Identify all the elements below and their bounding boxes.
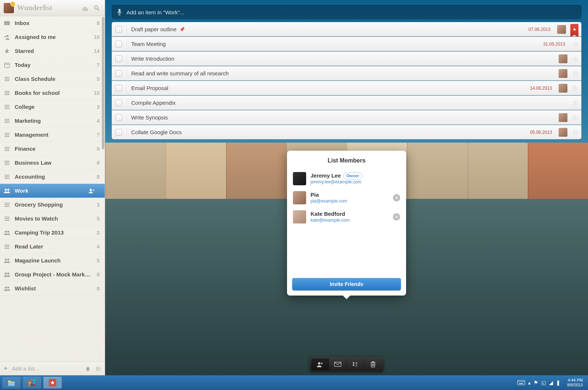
- people-icon: [4, 286, 10, 291]
- star-icon[interactable]: ☆: [572, 69, 578, 78]
- tray-chevron-icon[interactable]: ▴: [528, 380, 531, 386]
- member-name: Kate Bedford: [311, 210, 388, 218]
- trash-icon[interactable]: [85, 366, 91, 372]
- task-checkbox[interactable]: [115, 56, 122, 62]
- svg-text:A: A: [355, 362, 357, 364]
- taskbar-clock[interactable]: 4:44 PM 8/8/2013: [564, 378, 586, 387]
- sidebar-item-today[interactable]: Today7: [0, 58, 105, 72]
- tray-network-icon[interactable]: ◱: [541, 380, 546, 386]
- calendar-icon: [4, 62, 10, 68]
- sidebar-item-business-law[interactable]: Business Law8: [0, 156, 105, 170]
- star-icon[interactable]: ☆: [572, 99, 578, 107]
- sidebar-item-management[interactable]: Management7: [0, 128, 105, 142]
- sidebar-item-class-schedule[interactable]: Class Schedule5: [0, 72, 105, 86]
- task-row[interactable]: Write Synopsis☆: [112, 110, 581, 125]
- sidebar-item-label: Accounting: [15, 173, 92, 180]
- delete-list-button[interactable]: [364, 358, 382, 370]
- task-row[interactable]: Read and write summary of all research☆: [112, 66, 581, 80]
- sidebar-item-grocery-shopping[interactable]: Grocery Shopping3: [0, 198, 105, 212]
- assignee-avatar: [559, 128, 567, 137]
- add-person-icon[interactable]: [89, 188, 95, 193]
- add-item-placeholder: Add an item in "Work"...: [126, 9, 184, 15]
- task-row[interactable]: Write Introduction☆: [112, 51, 581, 66]
- sidebar-item-label: Magazine Launch: [15, 257, 92, 264]
- star-icon[interactable]: ☆: [572, 128, 578, 136]
- task-row[interactable]: Draft paper outline📌07.06.2013★: [112, 22, 581, 36]
- taskbar-apps-button[interactable]: [23, 377, 41, 389]
- user-avatar[interactable]: [4, 3, 14, 13]
- task-checkbox[interactable]: [115, 70, 122, 77]
- popover-title: List Members: [292, 157, 401, 164]
- sidebar-item-magazine-launch[interactable]: Magazine Launch5: [0, 254, 105, 268]
- sidebar-item-starred[interactable]: Starred14: [0, 44, 105, 58]
- sidebar-item-read-later[interactable]: Read Later4: [0, 240, 105, 254]
- star-icon[interactable]: ☆: [572, 84, 578, 92]
- task-checkbox[interactable]: [115, 114, 122, 121]
- star-icon[interactable]: ☆: [572, 40, 578, 48]
- sidebar-item-wishlist[interactable]: Wishlist8: [0, 282, 105, 296]
- people-icon: [4, 188, 10, 193]
- sidebar-item-label: Inbox: [15, 20, 92, 26]
- add-list-label: Add a list...: [12, 365, 39, 372]
- sync-icon[interactable]: [80, 4, 89, 12]
- sidebar-item-marketing[interactable]: Marketing4: [0, 114, 105, 128]
- tray-battery-icon[interactable]: ❚: [556, 380, 560, 386]
- tray-flag-icon[interactable]: ⚑: [534, 380, 538, 386]
- invite-friends-button[interactable]: Invite Friends: [292, 278, 401, 290]
- taskbar-wunderlist-button[interactable]: [43, 377, 62, 389]
- svg-rect-35: [520, 382, 520, 382]
- tray-icons[interactable]: ▴ ⚑ ◱ ◢ ❚: [517, 380, 560, 386]
- task-checkbox[interactable]: [115, 129, 122, 136]
- sort-list-button[interactable]: AZ: [347, 358, 364, 370]
- task-date: 07.06.2013: [528, 27, 551, 32]
- add-item-input[interactable]: Add an item in "Work"...: [112, 5, 581, 19]
- task-checkbox[interactable]: [115, 26, 122, 33]
- share-list-button[interactable]: [311, 358, 329, 370]
- task-row[interactable]: Email Proposal14.06.2013☆: [112, 81, 581, 95]
- sidebar-item-camping-trip-2013[interactable]: Camping Trip 20132: [0, 226, 105, 240]
- flag-icon[interactable]: ★: [570, 24, 578, 35]
- sidebar-scrollbar[interactable]: [101, 16, 105, 361]
- sidebar-item-group-project-mock-marke[interactable]: Group Project - Mock Marke...8: [0, 268, 105, 282]
- star-icon[interactable]: ☆: [572, 55, 578, 63]
- tray-volume-icon[interactable]: ◢: [549, 380, 553, 386]
- svg-rect-36: [521, 382, 521, 382]
- email-list-button[interactable]: [329, 358, 347, 370]
- task-checkbox[interactable]: [115, 100, 122, 106]
- sidebar-item-college[interactable]: College3: [0, 100, 105, 114]
- task-title: Write Synopsis: [131, 114, 168, 121]
- task-row[interactable]: Team Meeting31.05.2013☆: [112, 37, 581, 51]
- sidebar-item-inbox[interactable]: Inbox8: [0, 16, 105, 30]
- remove-member-button[interactable]: ✕: [393, 213, 400, 221]
- sidebar-item-assigned-to-me[interactable]: Assigned to me10: [0, 30, 105, 44]
- sidebar-item-movies-to-watch[interactable]: Movies to Watch5: [0, 212, 105, 226]
- star-icon[interactable]: ☆: [572, 114, 578, 122]
- svg-point-9: [5, 258, 7, 261]
- task-row[interactable]: Compile Appendix☆: [112, 96, 581, 110]
- keyboard-icon[interactable]: [517, 380, 525, 385]
- svg-rect-38: [523, 382, 524, 382]
- sidebar-item-work[interactable]: Work: [0, 184, 105, 198]
- add-list-button[interactable]: + Add a list...: [4, 365, 80, 372]
- list-icon: [4, 132, 10, 137]
- taskbar-explorer-button[interactable]: [2, 377, 21, 389]
- member-email: kate@example.com: [311, 218, 388, 223]
- task-checkbox[interactable]: [115, 41, 122, 47]
- remove-member-button[interactable]: ✕: [393, 194, 400, 201]
- search-icon[interactable]: [92, 4, 101, 12]
- sidebar-item-count: 5: [97, 258, 100, 264]
- task-row[interactable]: Collate Google Docs05.06.2013☆: [112, 125, 581, 139]
- task-checkbox[interactable]: [115, 85, 122, 92]
- task-title: Compile Appendix: [131, 100, 176, 106]
- svg-point-14: [7, 286, 10, 289]
- sidebar-item-count: 5: [97, 76, 100, 82]
- sidebar-item-books-for-school[interactable]: Books for school10: [0, 86, 105, 100]
- sidebar-item-finance[interactable]: Finance9: [0, 142, 105, 156]
- settings-icon[interactable]: [95, 366, 101, 372]
- sidebar-item-count: 9: [97, 146, 100, 152]
- people-icon: [4, 230, 10, 235]
- task-title: Draft paper outline: [131, 26, 176, 32]
- sidebar-item-accounting[interactable]: Accounting8: [0, 170, 105, 184]
- sidebar: Wunderlist Inbox8Assigned to me10Starred…: [0, 0, 105, 375]
- sidebar-item-count: 8: [97, 160, 100, 166]
